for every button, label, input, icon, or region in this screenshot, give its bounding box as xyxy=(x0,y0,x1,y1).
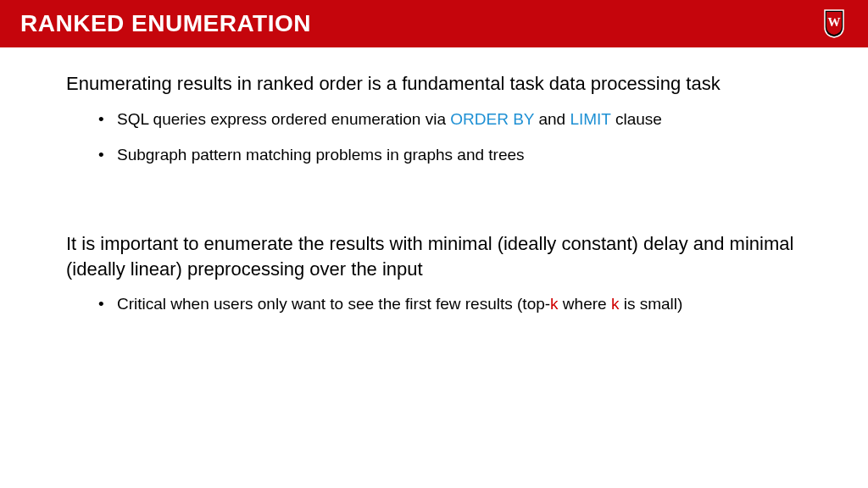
bullet-text: clause xyxy=(611,110,662,128)
slide-title: RANKED ENUMERATION xyxy=(20,10,311,37)
sql-keyword: ORDER BY xyxy=(450,110,534,128)
bullet-text: and xyxy=(534,110,570,128)
bullet-item: Critical when users only want to see the… xyxy=(117,293,802,316)
bullet-list-2: Critical when users only want to see the… xyxy=(66,293,802,316)
bullet-text: SQL queries express ordered enumeration … xyxy=(117,110,450,128)
bullet-list-1: SQL queries express ordered enumeration … xyxy=(66,108,802,167)
bullet-text: is small) xyxy=(619,295,682,313)
slide-header: RANKED ENUMERATION W xyxy=(0,0,868,47)
paragraph-2: It is important to enumerate the results… xyxy=(66,231,802,281)
bullet-text: where xyxy=(559,295,611,313)
variable-k: k xyxy=(550,295,559,313)
paragraph-1: Enumerating results in ranked order is a… xyxy=(66,71,802,97)
bullet-text: Critical when users only want to see the… xyxy=(117,295,550,313)
bullet-item: SQL queries express ordered enumeration … xyxy=(117,108,802,131)
sql-keyword: LIMIT xyxy=(570,110,610,128)
variable-k: k xyxy=(611,295,620,313)
slide-content: Enumerating results in ranked order is a… xyxy=(0,47,868,316)
uw-crest-icon: W xyxy=(821,7,848,41)
svg-text:W: W xyxy=(828,15,841,29)
bullet-item: Subgraph pattern matching problems in gr… xyxy=(117,144,802,167)
